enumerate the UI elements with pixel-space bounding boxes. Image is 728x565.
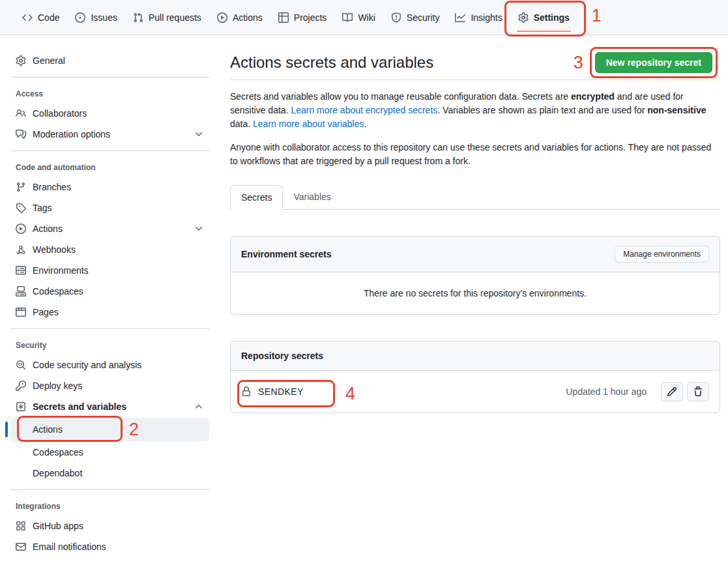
tab-issues[interactable]: Issues bbox=[67, 8, 124, 27]
sidebar-item-actions[interactable]: Actions bbox=[10, 219, 209, 239]
sidebar-item-code-security-and-analysis[interactable]: Code security and analysis bbox=[10, 355, 209, 375]
environment-secrets-box: Environment secrets Manage environments … bbox=[230, 236, 720, 315]
sidebar-item-secrets-and-variables[interactable]: Secrets and variables bbox=[10, 397, 209, 416]
sidebar-item-email-notifications[interactable]: Email notifications bbox=[10, 537, 209, 557]
tab-actions[interactable]: Actions bbox=[209, 8, 270, 27]
sidebar-divider bbox=[10, 77, 209, 78]
sidebar-item-moderation-options[interactable]: Moderation options bbox=[10, 124, 209, 144]
play-circle-icon bbox=[16, 224, 26, 234]
annotation-number-1: 1 bbox=[592, 7, 602, 25]
tab-insights[interactable]: Insights bbox=[447, 8, 510, 27]
description: Secrets and variables allow you to manag… bbox=[230, 90, 720, 168]
git-pull-request-icon bbox=[133, 12, 143, 23]
tab-wiki-label: Wiki bbox=[358, 12, 375, 23]
sidebar-item-branches[interactable]: Branches bbox=[10, 177, 209, 197]
annotation-number-2: 2 bbox=[129, 421, 139, 439]
graph-icon bbox=[455, 12, 465, 23]
server-icon bbox=[16, 265, 26, 276]
sidebar-divider bbox=[10, 151, 209, 151]
link-learn-more-encrypted-secrets[interactable]: Learn more about encrypted secrets bbox=[291, 105, 437, 115]
tab-code[interactable]: Code bbox=[14, 8, 67, 27]
tab-projects-label: Projects bbox=[294, 12, 327, 23]
webhook-icon bbox=[16, 244, 26, 255]
tab-wiki[interactable]: Wiki bbox=[334, 8, 383, 27]
tab-pull-requests-label: Pull requests bbox=[149, 12, 201, 23]
tab-code-label: Code bbox=[38, 12, 59, 23]
sidebar-section-access: Access bbox=[10, 84, 209, 104]
key-icon bbox=[16, 381, 26, 391]
environment-secrets-empty-message: There are no secrets for this repository… bbox=[231, 272, 720, 314]
description-paragraph-2: Anyone with collaborator access to this … bbox=[230, 141, 720, 168]
sidebar-divider bbox=[10, 328, 209, 329]
gear-icon bbox=[518, 12, 529, 23]
code-icon bbox=[22, 12, 33, 23]
book-icon bbox=[342, 12, 353, 23]
secret-sendkey: SENDKEY 4 bbox=[241, 386, 304, 397]
sidebar-subitem-actions[interactable]: Actions 2 bbox=[10, 418, 209, 441]
mail-icon bbox=[16, 542, 26, 552]
sidebar-item-webhooks[interactable]: Webhooks bbox=[10, 240, 209, 259]
tab-pull-requests[interactable]: Pull requests bbox=[125, 8, 209, 27]
tab-security[interactable]: Security bbox=[383, 8, 448, 27]
sidebar-item-general[interactable]: General bbox=[10, 51, 209, 70]
sidebar-item-deploy-keys[interactable]: Deploy keys bbox=[10, 376, 209, 396]
chevron-up-icon bbox=[194, 401, 204, 412]
browser-icon bbox=[16, 307, 26, 317]
sidebar-item-github-apps[interactable]: GitHub apps bbox=[10, 516, 209, 536]
active-tab-underline bbox=[517, 31, 571, 32]
sidebar-item-collaborators[interactable]: Collaborators bbox=[10, 104, 209, 123]
tab-secrets[interactable]: Secrets bbox=[230, 185, 283, 210]
sidebar-section-code-and-automation: Code and automation bbox=[10, 158, 209, 177]
tab-settings[interactable]: Settings 1 bbox=[510, 8, 577, 27]
sidebar-section-security: Security bbox=[10, 336, 209, 355]
key-asterisk-icon bbox=[16, 401, 26, 412]
table-icon bbox=[278, 12, 289, 23]
play-circle-icon bbox=[217, 12, 227, 23]
git-branch-icon bbox=[16, 182, 26, 192]
secrets-variables-tabnav: Secrets Variables bbox=[230, 185, 720, 210]
repository-secrets-box: Repository secrets SENDKEY 4 Updated 1 h… bbox=[230, 341, 720, 413]
tab-settings-label: Settings bbox=[534, 12, 570, 23]
trash-icon bbox=[693, 386, 703, 397]
manage-environments-button[interactable]: Manage environments bbox=[615, 246, 709, 263]
tab-projects[interactable]: Projects bbox=[270, 8, 335, 27]
environment-secrets-title: Environment secrets bbox=[241, 249, 332, 259]
issue-opened-icon bbox=[75, 12, 85, 23]
secret-updated-timestamp: Updated 1 hour ago bbox=[566, 386, 647, 397]
annotation-number-3: 3 bbox=[574, 54, 583, 72]
gear-icon bbox=[16, 55, 26, 66]
sidebar-item-environments[interactable]: Environments bbox=[10, 261, 209, 280]
tab-actions-label: Actions bbox=[233, 12, 263, 23]
link-learn-more-variables[interactable]: Learn more about variables bbox=[253, 119, 364, 129]
pencil-icon bbox=[667, 386, 677, 397]
settings-sidebar: General Access Collaborators Moderation … bbox=[0, 35, 220, 565]
sidebar-subitem-dependabot[interactable]: Dependabot bbox=[10, 463, 209, 483]
tab-variables[interactable]: Variables bbox=[283, 185, 341, 209]
shield-icon bbox=[391, 12, 401, 23]
sidebar-item-tags[interactable]: Tags bbox=[10, 198, 209, 218]
sidebar-subitem-codespaces[interactable]: Codespaces bbox=[10, 442, 209, 462]
sidebar-item-codespaces[interactable]: Codespaces bbox=[10, 282, 209, 301]
new-repository-secret-button[interactable]: New repository secret bbox=[595, 52, 712, 73]
tab-security-label: Security bbox=[407, 12, 440, 23]
tag-icon bbox=[16, 203, 26, 213]
codescan-icon bbox=[16, 360, 26, 370]
repository-secrets-title: Repository secrets bbox=[241, 351, 323, 361]
annotation-number-4: 4 bbox=[345, 385, 355, 403]
repo-nav: Code Issues Pull requests Actions Projec… bbox=[0, 0, 728, 35]
sidebar-divider bbox=[10, 489, 209, 490]
secret-name: SENDKEY bbox=[258, 386, 304, 397]
sidebar-item-pages[interactable]: Pages bbox=[10, 302, 209, 322]
codespaces-icon bbox=[16, 286, 26, 297]
apps-icon bbox=[16, 521, 26, 531]
edit-secret-button[interactable] bbox=[661, 382, 683, 401]
tab-insights-label: Insights bbox=[471, 12, 502, 23]
secret-row-sendkey: SENDKEY 4 Updated 1 hour ago bbox=[231, 371, 720, 413]
page-title: Actions secrets and variables bbox=[230, 53, 433, 72]
chevron-down-icon bbox=[194, 224, 204, 234]
sidebar-section-integrations: Integrations bbox=[10, 497, 209, 516]
chevron-down-icon bbox=[194, 129, 204, 139]
delete-secret-button[interactable] bbox=[687, 382, 709, 401]
main-content: Actions secrets and variables New reposi… bbox=[220, 35, 728, 565]
comment-discussion-icon bbox=[16, 129, 26, 139]
